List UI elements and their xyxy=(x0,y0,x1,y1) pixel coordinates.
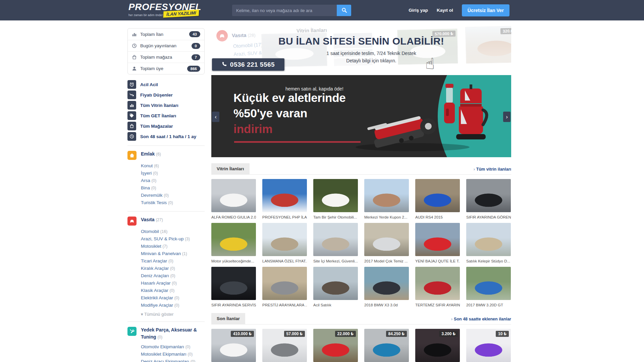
listing-photo xyxy=(262,267,307,300)
subcategory-link[interactable]: Kiralık Araçlar (0) xyxy=(141,265,205,272)
subcategory-link[interactable]: Konut (6) xyxy=(141,162,205,170)
listing-card[interactable]: 57.000 ₺EN SEVİLEN RENGİ İLE E... xyxy=(262,329,307,362)
subcategory-link[interactable]: Motosiklet (7) xyxy=(141,243,205,250)
category-link[interactable]: Emlak (6) xyxy=(127,150,205,160)
category-link[interactable]: Vasıta (27) xyxy=(127,216,205,226)
quick-link-3[interactable]: Tüm GET İlanları xyxy=(127,111,205,120)
category-name: Yedek Parça, Aksesuar & Tuning (0) xyxy=(141,326,205,341)
subcategory-link[interactable]: Minivan & Panelvan (1) xyxy=(141,250,205,257)
subcategory-link[interactable]: Bina (0) xyxy=(141,184,205,192)
quick-link-1[interactable]: Fiyatı Düşenler xyxy=(127,90,205,99)
listing-card[interactable]: 10 ₺HER TELEFONA UYUML... xyxy=(466,329,511,362)
subcategory-link[interactable]: Turistik Tesis (0) xyxy=(141,199,205,206)
search-input[interactable] xyxy=(232,5,337,16)
listing-card[interactable]: 2017 BMW 3.20D GT xyxy=(466,267,511,307)
subcategory-link[interactable]: Arsa (0) xyxy=(141,177,205,184)
quick-link-4[interactable]: Tüm Mağazalar xyxy=(127,122,205,130)
subcategory-link[interactable]: Hasarlı Araçlar (0) xyxy=(141,280,205,287)
subcategory-link[interactable]: Otomobil (16) xyxy=(141,228,205,235)
category-tree: Emlak (6)Konut (6)İşyeri (0)Arsa (0)Bina… xyxy=(127,145,205,362)
listing-card[interactable]: Site İçi Merkezi, Güvenli... xyxy=(313,223,358,263)
banner-subtext-1: 1 saat içerisinde teslim, 7/24 Teknik De… xyxy=(221,51,511,56)
listing-card[interactable]: PROFESYONEL PHP İLA... xyxy=(262,179,307,219)
phone-icon xyxy=(222,61,227,68)
quick-link-label: Acil Acil xyxy=(140,82,158,87)
listing-card[interactable]: 2018 BMW X3 3.0d xyxy=(364,267,409,307)
carousel-next-button[interactable]: › xyxy=(503,112,511,122)
latest-section-title: Son İlanlar xyxy=(211,313,245,324)
subcategory-link[interactable]: Otomotiv Ekipmanları (0) xyxy=(141,343,205,351)
listing-card[interactable]: 22.000 ₺YENİ BAJAJ QUTE İLE T... xyxy=(313,329,358,362)
login-link[interactable]: Giriş yap xyxy=(409,8,428,13)
listing-card[interactable]: YENİ BAJAJ QUTE İLE T... xyxy=(415,223,460,263)
price-badge: 410.000 ₺ xyxy=(231,331,254,337)
listing-photo: 10 ₺ xyxy=(466,329,511,362)
subcategory-link[interactable]: Elektrikli Araçlar (0) xyxy=(141,294,205,302)
quick-link-2[interactable]: Tüm Vitrin İlanları xyxy=(127,101,205,110)
listing-title: 2017 BMW 3.20D GT xyxy=(466,303,511,307)
listing-card[interactable]: PRESTİJ ARAYANLARA ... xyxy=(262,267,307,307)
promo-banner[interactable]: Vasıta (28) Otomobil (17) Arazi, SUV & P… xyxy=(211,24,511,72)
listing-card[interactable]: 2017 Model Çok Temiz ... xyxy=(364,223,409,263)
campaign-carousel[interactable]: hemen satın al, kapıda öde! Küçük ev ale… xyxy=(211,75,511,157)
carousel-line2: %50'ye varan xyxy=(233,107,307,120)
banner-phone-button[interactable]: 0536 221 5565 xyxy=(212,58,284,71)
top-navbar: PROFESYONEL İLAN YAZILIMI her zaman bir … xyxy=(0,0,644,20)
showcase-see-all-link[interactable]: ›Tüm vitrin ilanları xyxy=(474,167,511,174)
listing-card[interactable]: SIFIR AYARINDA SERVİS... xyxy=(211,267,256,307)
chart-icon xyxy=(132,32,137,37)
subcategory-link[interactable]: Motosiklet Ekipmanları (0) xyxy=(141,351,205,358)
subcategory-link[interactable]: Modifiye Araçlar (0) xyxy=(141,302,205,309)
listing-card[interactable]: Satılık Kelepir Stüdyo D... xyxy=(466,223,511,263)
chart-icon xyxy=(127,101,136,110)
listing-title: TERTEMİZ SIFIR AYARIN... xyxy=(415,303,460,307)
price-badge: 84.250 ₺ xyxy=(386,331,407,337)
subcategory-link[interactable]: Ticari Araçlar (0) xyxy=(141,257,205,265)
quick-link-label: Tüm Vitrin İlanları xyxy=(140,103,178,108)
listing-card[interactable]: 3.200 ₺HUAWEI MATE 10 PRO ... xyxy=(415,329,460,362)
subcategory-link[interactable]: Devremülk (0) xyxy=(141,192,205,199)
listing-card[interactable]: LANSMANA ÖZEL FİYAT... xyxy=(262,223,307,263)
category-section: Emlak (6)Konut (6)İşyeri (0)Arsa (0)Bina… xyxy=(127,145,205,206)
latest-see-all-link[interactable]: ›Son 48 saatte eklenen ilanlar xyxy=(451,317,511,324)
subcategory-link[interactable]: Arazi, SUV & Pick-up (3) xyxy=(141,235,205,243)
stat-row: Toplam mağaza 7 xyxy=(128,51,204,63)
subcategory-link[interactable]: Klasik Araçlar (0) xyxy=(141,287,205,294)
subcategory-link[interactable]: Deniz Araçları (0) xyxy=(141,272,205,280)
listing-card[interactable]: 84.250 ₺2017 BLUEGT NE YAZIK... xyxy=(364,329,409,362)
quick-link-label: Son 48 saat / 1 hafta / 1 ay xyxy=(140,134,196,139)
subcategory-link[interactable]: Deniz Aracı Ekipmanları (0) xyxy=(141,358,205,362)
listing-card[interactable]: Acil Satılık xyxy=(313,267,358,307)
listing-photo xyxy=(466,223,511,256)
listing-card[interactable]: TERTEMİZ SIFIR AYARIN... xyxy=(415,267,460,307)
listing-card[interactable]: AUDI RS4 2015 xyxy=(415,179,460,219)
listing-card[interactable]: Motor yükselteceğimde... xyxy=(211,223,256,263)
post-ad-button[interactable]: Ücretsiz İlan Ver xyxy=(462,4,509,16)
stat-row: Bugün yayınlanan 0 xyxy=(128,40,204,51)
search-button[interactable] xyxy=(337,5,351,16)
stat-value-badge: 43 xyxy=(189,31,200,37)
category-section: Vasıta (27)Otomobil (16)Arazi, SUV & Pic… xyxy=(127,211,205,317)
listing-card[interactable]: ALFA ROMEO GIULIA 2.0 xyxy=(211,179,256,219)
chevron-right-icon: › xyxy=(474,167,475,172)
quick-link-0[interactable]: Acil Acil xyxy=(127,80,205,89)
listing-card[interactable]: SIFIR AYARINDA GÖREN... xyxy=(466,179,511,219)
listing-photo xyxy=(466,267,511,300)
category-link[interactable]: Yedek Parça, Aksesuar & Tuning (0) xyxy=(127,326,205,341)
listing-card[interactable]: Tam Bir Şehir Otomobili... xyxy=(313,179,358,219)
subcategory-link[interactable]: İşyeri (0) xyxy=(141,170,205,177)
site-logo[interactable]: PROFESYONEL İLAN YAZILIMI her zaman bir … xyxy=(128,2,202,17)
listing-photo xyxy=(313,223,358,256)
price-badge: 22.000 ₺ xyxy=(335,331,356,337)
listing-title: Tam Bir Şehir Otomobili... xyxy=(313,215,358,219)
listing-photo: 22.000 ₺ xyxy=(313,329,358,362)
listing-card[interactable]: 410.000 ₺ALFA ROMEO GIULIA 2.0 xyxy=(211,329,256,362)
show-all-link[interactable]: ▾ Tümünü göster xyxy=(141,312,205,317)
register-link[interactable]: Kayıt ol xyxy=(437,8,453,13)
listing-card[interactable]: Merkezi Yerde Kupon 2... xyxy=(364,179,409,219)
category-section: Yedek Parça, Aksesuar & Tuning (0)Otomot… xyxy=(127,321,205,362)
stat-label: Bugün yayınlanan xyxy=(140,43,176,48)
quick-link-5[interactable]: Son 48 saat / 1 hafta / 1 ay xyxy=(127,132,205,141)
stat-value-badge: 0 xyxy=(192,43,200,49)
carousel-prev-button[interactable]: ‹ xyxy=(212,112,219,122)
